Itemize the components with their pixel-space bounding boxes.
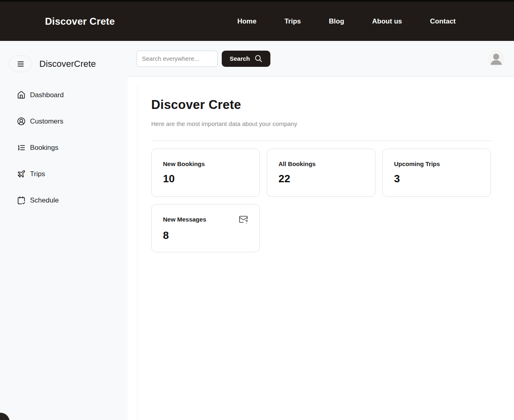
- topnav-item-home[interactable]: Home: [237, 17, 256, 26]
- topnav-item-blog[interactable]: Blog: [329, 17, 344, 26]
- sidebar-brand: DiscoverCrete: [39, 59, 96, 69]
- card-value: 3: [394, 173, 479, 185]
- hamburger-icon: [16, 60, 25, 68]
- stat-cards: New Bookings 10 All Bookings 22: [151, 149, 491, 252]
- sidebar-header: DiscoverCrete: [9, 55, 128, 72]
- sidebar-toggle-button[interactable]: [9, 55, 32, 72]
- sidebar-item-dashboard[interactable]: Dashboard: [0, 82, 128, 108]
- sidebar-item-label: Bookings: [30, 144, 58, 152]
- topbar-brand[interactable]: Discover Crete: [45, 16, 115, 27]
- sidebar-item-label: Customers: [30, 117, 63, 126]
- stat-card-all-bookings: All Bookings 22: [267, 149, 375, 197]
- card-label: New Messages: [163, 216, 206, 223]
- card-label: All Bookings: [278, 160, 316, 167]
- sidebar-item-trips[interactable]: Trips: [0, 161, 128, 187]
- topnav-item-about-us[interactable]: About us: [372, 17, 402, 26]
- page-title: Discover Crete: [151, 98, 491, 112]
- calendar-check-icon: [17, 196, 26, 205]
- card-value: 8: [163, 229, 248, 242]
- page: Discover Crete Home Trips Blog About us …: [0, 0, 514, 420]
- sidebar: DiscoverCrete Dashboard: [0, 41, 128, 420]
- search-header: Search: [128, 41, 514, 77]
- topnav-menu: Home Trips Blog About us Contact: [237, 17, 456, 26]
- card-label: Upcoming Trips: [394, 160, 440, 167]
- topnav-item-contact[interactable]: Contact: [430, 17, 456, 26]
- sidebar-item-customers[interactable]: Customers: [0, 108, 128, 134]
- topnav-item-trips[interactable]: Trips: [285, 17, 301, 26]
- card-value: 22: [278, 173, 364, 185]
- stat-card-upcoming-trips: Upcoming Trips 3: [382, 149, 491, 197]
- list-ordered-icon: [17, 143, 26, 152]
- mail-question-icon: [239, 215, 248, 224]
- search-icon: [254, 54, 263, 63]
- avatar[interactable]: [488, 50, 505, 67]
- sidebar-item-bookings[interactable]: Bookings: [0, 134, 128, 161]
- main-content: Discover Crete Here are the most importa…: [128, 77, 514, 420]
- airplane-icon: [17, 170, 26, 178]
- sidebar-item-schedule[interactable]: Schedule: [0, 187, 128, 213]
- divider: [151, 141, 491, 141]
- page-subtitle: Here are the most important data about y…: [151, 120, 491, 127]
- sidebar-nav: Dashboard Customers: [0, 82, 128, 213]
- card-value: 10: [163, 173, 248, 185]
- search-input[interactable]: [137, 51, 218, 67]
- top-navbar: Discover Crete Home Trips Blog About us …: [0, 0, 514, 41]
- sidebar-item-label: Schedule: [30, 196, 59, 205]
- stat-card-new-messages: New Messages 8: [151, 204, 260, 252]
- sidebar-item-label: Dashboard: [30, 91, 64, 99]
- search-button[interactable]: Search: [222, 51, 270, 67]
- main-column: Search: [128, 41, 514, 420]
- content-inner: Discover Crete Here are the most importa…: [137, 85, 514, 420]
- stat-card-new-bookings: New Bookings 10: [151, 149, 260, 197]
- person-circle-icon: [17, 117, 26, 126]
- person-silhouette-icon: [488, 50, 505, 67]
- search-button-label: Search: [229, 55, 250, 62]
- sidebar-item-label: Trips: [30, 170, 45, 178]
- card-label: New Bookings: [163, 160, 205, 167]
- house-icon: [17, 91, 26, 99]
- body-row: DiscoverCrete Dashboard: [0, 41, 514, 420]
